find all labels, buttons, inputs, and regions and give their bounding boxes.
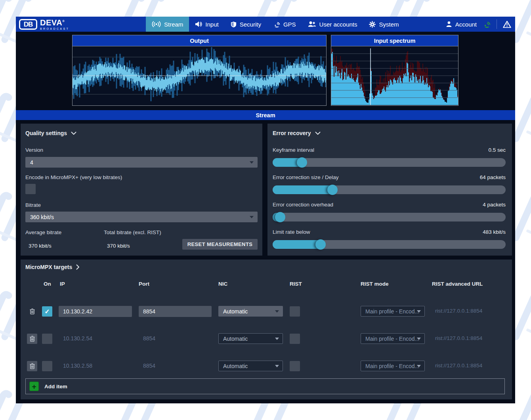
slider-label: Keyframe interval: [273, 147, 314, 153]
slider-group-0: Keyframe interval0.5 sec: [273, 147, 506, 168]
rist-checkbox[interactable]: [290, 306, 300, 317]
version-select[interactable]: 4: [25, 157, 258, 168]
satellite-green-icon[interactable]: [483, 21, 491, 28]
column-header-rist: RIST: [290, 281, 302, 287]
slider-group-1: Error correction size / Delay64 packets: [273, 174, 506, 195]
column-header-on: On: [44, 281, 51, 287]
nic-select[interactable]: Automatic: [218, 306, 283, 317]
on-checkbox[interactable]: [42, 361, 52, 371]
error-recovery-title-label: Error recovery: [273, 130, 311, 136]
db-logo-icon: DB: [19, 19, 37, 30]
slider-handle[interactable]: [275, 212, 285, 222]
on-checkbox[interactable]: ✓: [42, 306, 52, 317]
rist-mode-select[interactable]: Main profile - Encod...: [361, 333, 425, 344]
nav-tab-stream[interactable]: Stream: [146, 17, 189, 32]
delete-row-button[interactable]: [27, 334, 37, 344]
users-icon: [308, 21, 316, 27]
brand-name: DEVA®: [40, 19, 69, 27]
micrompx-targets-title[interactable]: MicroMPX targets: [25, 264, 80, 270]
brand-text: DEVA® BROADCAST: [40, 19, 69, 30]
quality-settings-panel: Quality settings Version 4 Encode in Mic…: [21, 124, 262, 256]
on-checkbox[interactable]: [42, 334, 52, 344]
deva-broadcast-logo: DB DEVA® BROADCAST: [19, 19, 69, 30]
target-row-1: ✓10.130.2.428854AutomaticMain profile - …: [21, 306, 512, 317]
add-item-button[interactable]: + Add item: [25, 378, 505, 394]
input-spectrum-graph: [331, 46, 458, 105]
nic-select[interactable]: Automatic: [218, 333, 283, 344]
slider-label: Error correction overhead: [273, 202, 333, 208]
bitrate-select[interactable]: 360 kbit/s: [25, 212, 258, 222]
account-button[interactable]: Account: [446, 21, 477, 28]
port-value: 8854: [143, 308, 155, 315]
speaker-icon: [195, 21, 202, 27]
nav-tab-system[interactable]: System: [363, 17, 405, 32]
ip-value: 10.130.2.58: [63, 363, 92, 369]
slider-track[interactable]: [273, 185, 506, 194]
chevron-down-icon: [71, 132, 76, 135]
bitrate-label: Bitrate: [25, 202, 41, 208]
bitrate-select-value: 360 kbit/s: [30, 214, 54, 220]
app-window: DB DEVA® BROADCAST StreamInputSecurityGP…: [16, 17, 515, 403]
rist-mode-value: Main profile - Encod...: [365, 336, 419, 342]
slider-label: Error correction size / Delay: [273, 174, 339, 180]
column-header-rist-mode: RIST mode: [361, 281, 389, 287]
slider-value: 483 kbit/s: [483, 229, 506, 235]
column-header-ip: IP: [60, 281, 65, 287]
slider-track[interactable]: [273, 158, 506, 167]
delete-row-button[interactable]: [27, 361, 37, 371]
ip-input[interactable]: 10.130.2.42: [59, 306, 132, 317]
satellite-icon: [273, 21, 280, 28]
slider-group-3: Limit rate below483 kbit/s: [273, 229, 506, 250]
slider-handle[interactable]: [327, 185, 338, 195]
rist-checkbox[interactable]: [290, 361, 300, 371]
rist-mode-select[interactable]: Main profile - Encod...: [361, 361, 425, 371]
rist-mode-value: Main profile - Encod...: [365, 308, 419, 315]
target-row-2: 10.130.2.548854AutomaticMain profile - E…: [21, 333, 512, 344]
slider-track[interactable]: [273, 213, 506, 221]
rist-mode-select[interactable]: Main profile - Encod...: [361, 306, 425, 317]
nav-tab-label: User accounts: [319, 21, 357, 28]
slider-handle[interactable]: [297, 157, 307, 168]
nav-divider: [497, 19, 497, 29]
quality-settings-title-label: Quality settings: [25, 130, 67, 136]
nic-value: Automatic: [223, 363, 248, 369]
quality-settings-title[interactable]: Quality settings: [25, 130, 76, 136]
nav-tab-security[interactable]: Security: [225, 17, 267, 32]
nav-tab-label: Security: [240, 21, 261, 28]
input-spectrum-display: Input spectrum: [331, 35, 458, 106]
port-input[interactable]: 8854: [139, 306, 212, 317]
shield-icon: [231, 21, 237, 28]
nav-tab-label: Stream: [164, 21, 183, 28]
slider-fill: [273, 185, 333, 194]
nav-tab-input[interactable]: Input: [189, 17, 224, 32]
nav-tab-gps[interactable]: GPS: [267, 17, 302, 32]
nav-right-group: Account: [446, 17, 511, 32]
warning-triangle-icon[interactable]: [503, 21, 511, 28]
encode-checkbox[interactable]: [25, 184, 36, 194]
micrompx-targets-panel: MicroMPX targets OnIPPortNICRISTRIST mod…: [21, 260, 512, 399]
slider-value: 64 packets: [480, 174, 506, 180]
reset-measurements-button[interactable]: RESET MEASUREMENTS: [182, 239, 258, 250]
nav-tab-label: Input: [205, 21, 218, 28]
nav-tab-user-accounts[interactable]: User accounts: [302, 17, 363, 32]
delete-row-button[interactable]: [27, 306, 37, 317]
slider-group-2: Error correction overhead4 packets: [273, 202, 506, 222]
broadcast-icon: [152, 21, 161, 27]
nic-value: Automatic: [223, 336, 248, 342]
input-spectrum-title: Input spectrum: [331, 35, 458, 46]
slider-handle[interactable]: [315, 239, 326, 250]
slider-value: 0.5 sec: [488, 147, 506, 153]
slider-value: 4 packets: [483, 202, 506, 208]
version-label: Version: [25, 147, 43, 153]
rist-checkbox[interactable]: [290, 334, 300, 344]
person-icon: [446, 21, 452, 27]
gear-icon: [369, 21, 376, 28]
error-recovery-title[interactable]: Error recovery: [273, 130, 321, 136]
target-row-3: 10.130.2.588854AutomaticMain profile - E…: [21, 361, 512, 372]
registered-mark: ®: [62, 19, 65, 23]
nic-select[interactable]: Automatic: [218, 361, 283, 371]
nic-value: Automatic: [223, 308, 248, 315]
chevron-right-icon: [76, 264, 80, 270]
stream-section-header: Stream: [16, 110, 515, 120]
slider-track[interactable]: [273, 240, 506, 249]
